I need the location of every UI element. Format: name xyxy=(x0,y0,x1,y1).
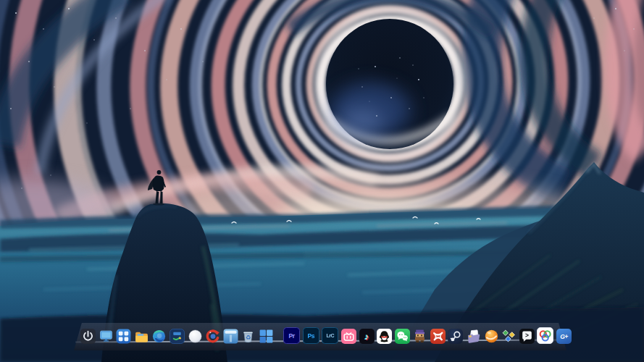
desktop: ♻ Pr Ps LrC xyxy=(0,0,644,362)
pixel-game-button[interactable] xyxy=(412,329,427,344)
white-ribbon-icon xyxy=(430,329,446,344)
wallpaper xyxy=(0,0,644,362)
lightroom-label: LrC xyxy=(326,333,334,338)
power-button[interactable] xyxy=(80,329,96,344)
code-glyph: > xyxy=(525,332,529,339)
folder-icon xyxy=(134,329,149,344)
red-ribbon-app-button[interactable] xyxy=(430,329,446,344)
window-app-button[interactable] xyxy=(223,329,238,344)
douyin-note-icon: ♪ xyxy=(364,332,369,341)
toolbox-icon xyxy=(170,329,185,344)
douyin-button[interactable]: ♪ xyxy=(359,329,375,344)
adobe-premiere-button[interactable]: Pr xyxy=(283,327,300,344)
edge-icon xyxy=(151,329,167,344)
adobe-lightroom-button[interactable]: LrC xyxy=(322,327,338,344)
code-bubble-app-button[interactable]: > xyxy=(519,329,535,344)
display-app-button[interactable] xyxy=(99,329,114,344)
code-bubble-icon: > xyxy=(519,329,535,344)
recycle-bin-icon: ♻ xyxy=(241,329,256,344)
premiere-label: Pr xyxy=(289,332,295,340)
window-icon xyxy=(223,329,238,344)
qq-penguin-icon xyxy=(377,329,392,344)
wechat-bubbles-icon xyxy=(395,329,410,344)
dock: ♻ Pr Ps LrC xyxy=(74,323,566,350)
documents-folder-button[interactable] xyxy=(466,329,481,344)
windows-tiles-button[interactable] xyxy=(259,329,274,344)
photoshop-label: Ps xyxy=(307,332,314,340)
app-launcher-button[interactable] xyxy=(116,329,131,344)
white-sphere-app-button[interactable] xyxy=(188,329,203,344)
display-icon xyxy=(99,329,114,344)
power-icon xyxy=(80,329,96,344)
documents-folder-icon xyxy=(466,329,481,344)
windows-tiles-icon xyxy=(259,329,274,344)
dock-icons: ♻ Pr Ps LrC xyxy=(80,327,560,344)
gamepp-label: G+ xyxy=(560,333,568,340)
file-manager-button[interactable] xyxy=(134,329,149,344)
diamond-cluster-icon xyxy=(501,329,517,344)
recycle-bin-button[interactable]: ♻ xyxy=(241,329,256,344)
steam-piston-icon xyxy=(448,329,463,344)
orange-swoosh-app-button[interactable] xyxy=(484,329,499,344)
wechat-button[interactable] xyxy=(395,329,410,344)
bilibili-button[interactable] xyxy=(341,329,356,344)
recycle-glyph: ♻ xyxy=(246,334,251,341)
qq-button[interactable] xyxy=(377,329,392,344)
system-toolbox-button[interactable] xyxy=(170,329,185,344)
sphere-icon xyxy=(188,329,203,344)
diamond-cluster-app-button[interactable] xyxy=(501,329,517,344)
red-swirl-app-button[interactable] xyxy=(205,329,220,344)
edge-browser-button[interactable] xyxy=(151,329,167,344)
orange-ball-icon xyxy=(484,329,499,344)
tri-rings-icon xyxy=(538,328,553,343)
steam-button[interactable] xyxy=(448,329,463,344)
pixel-character-icon xyxy=(412,329,427,344)
bilibili-tv-icon xyxy=(341,329,356,344)
red-swirl-icon xyxy=(205,329,220,344)
rings-app-button[interactable] xyxy=(537,327,553,344)
gamepp-button[interactable]: G+ xyxy=(556,329,572,344)
launcher-grid-icon xyxy=(116,329,131,344)
adobe-photoshop-button[interactable]: Ps xyxy=(303,327,319,344)
